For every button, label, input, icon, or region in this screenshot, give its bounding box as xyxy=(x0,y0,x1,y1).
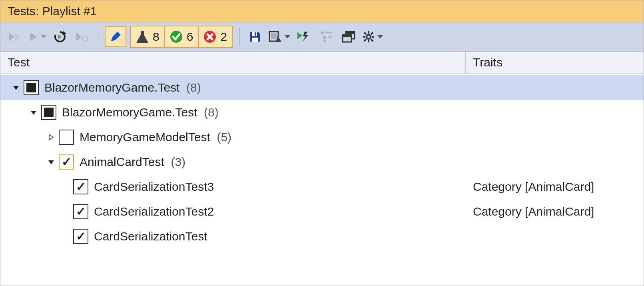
run-all-stepover-button[interactable] xyxy=(6,26,24,47)
column-header-traits[interactable]: Traits xyxy=(466,52,644,73)
run-button[interactable] xyxy=(28,26,47,47)
svg-rect-10 xyxy=(321,32,324,34)
svg-line-24 xyxy=(364,32,366,34)
svg-rect-5 xyxy=(255,32,256,36)
svg-line-26 xyxy=(371,32,373,34)
svg-rect-12 xyxy=(323,36,326,39)
svg-line-27 xyxy=(364,39,366,41)
windows-stack-icon xyxy=(342,31,355,43)
expander-expand-icon[interactable] xyxy=(46,132,56,142)
x-circle-icon xyxy=(203,30,216,43)
failed-count-value: 2 xyxy=(220,30,227,44)
test-label: CardSerializationTest xyxy=(94,230,207,243)
show-windows-button[interactable] xyxy=(339,26,358,47)
playlist-flask-icon xyxy=(269,30,282,43)
toolbar-separator xyxy=(239,28,239,46)
svg-line-25 xyxy=(371,39,373,41)
test-counts-group: 8 6 2 xyxy=(130,26,233,48)
svg-rect-4 xyxy=(252,38,258,42)
svg-point-19 xyxy=(367,35,371,39)
node-label: AnimalCardTest (3) xyxy=(80,155,185,169)
title-text: Tests: Playlist #1 xyxy=(8,4,97,18)
chevron-down-icon xyxy=(377,35,383,38)
tree-node-class[interactable]: ✓ AnimalCardTest (3) xyxy=(0,150,644,174)
node-label: BlazorMemoryGame.Test (8) xyxy=(44,81,201,94)
svg-rect-14 xyxy=(323,40,326,42)
play-bolt-icon xyxy=(297,31,311,43)
checkbox-indeterminate[interactable] xyxy=(41,105,56,120)
expander-collapse-icon[interactable] xyxy=(46,157,56,167)
passed-count-value: 6 xyxy=(187,30,193,44)
svg-rect-11 xyxy=(325,32,332,33)
test-tree: BlazorMemoryGame.Test (8) BlazorMemoryGa… xyxy=(0,74,644,250)
edit-playlist-button[interactable] xyxy=(105,26,126,47)
checkbox-checked[interactable]: ✓ xyxy=(73,179,88,194)
expander-collapse-icon[interactable] xyxy=(11,82,21,93)
svg-rect-18 xyxy=(343,35,351,37)
checkbox-checked[interactable]: ✓ xyxy=(73,204,88,219)
hierarchy-icon xyxy=(320,31,333,43)
checkbox-checked[interactable]: ✓ xyxy=(73,229,88,244)
total-count-value: 8 xyxy=(153,30,160,44)
save-playlist-button[interactable] xyxy=(246,26,264,47)
gear-icon xyxy=(362,30,375,43)
tree-node-class[interactable]: MemoryGameModelTest (5) xyxy=(0,125,644,150)
tree-node-namespace[interactable]: BlazorMemoryGame.Test (8) xyxy=(0,100,644,125)
node-label: BlazorMemoryGame.Test (8) xyxy=(62,106,219,119)
test-label: CardSerializationTest2 xyxy=(94,205,214,218)
total-tests-count[interactable]: 8 xyxy=(130,26,165,48)
expander-collapse-icon[interactable] xyxy=(28,107,39,118)
checkbox-unchecked[interactable] xyxy=(59,130,74,145)
run-until-failure-button[interactable] xyxy=(295,26,313,47)
test-traits: Category [AnimalCard] xyxy=(466,205,644,218)
group-by-button[interactable] xyxy=(317,26,335,47)
checkbox-checked[interactable]: ✓ xyxy=(59,154,74,170)
settings-button[interactable] xyxy=(362,26,383,47)
toolbar: 8 6 2 xyxy=(0,22,644,52)
tree-node-test[interactable]: ✓ CardSerializationTest xyxy=(0,224,644,249)
chevron-down-icon xyxy=(41,35,46,38)
column-header-test[interactable]: Test xyxy=(0,52,466,73)
cancel-run-play-button[interactable] xyxy=(73,26,92,47)
toolbar-separator xyxy=(98,28,98,46)
tree-node-project[interactable]: BlazorMemoryGame.Test (8) xyxy=(0,75,644,100)
svg-rect-16 xyxy=(346,32,355,34)
passed-tests-count[interactable]: 6 xyxy=(165,26,199,48)
checkbox-indeterminate[interactable] xyxy=(24,80,39,95)
check-circle-icon xyxy=(170,30,183,43)
repeat-last-run-button[interactable] xyxy=(51,26,69,47)
window-title: Tests: Playlist #1 xyxy=(0,0,644,22)
playlist-options-button[interactable] xyxy=(268,26,291,47)
column-headers: Test Traits xyxy=(0,52,644,74)
test-traits: Category [AnimalCard] xyxy=(466,180,644,194)
tree-node-test[interactable]: ✓ CardSerializationTest3 Category [Anima… xyxy=(0,174,644,199)
failed-tests-count[interactable]: 2 xyxy=(199,26,233,48)
node-label: MemoryGameModelTest (5) xyxy=(80,130,231,144)
test-label: CardSerializationTest3 xyxy=(94,180,214,194)
flask-icon xyxy=(136,30,149,44)
chevron-down-icon xyxy=(285,35,290,38)
svg-rect-13 xyxy=(328,36,332,38)
save-icon xyxy=(249,30,261,43)
tree-node-test[interactable]: ✓ CardSerializationTest2 Category [Anima… xyxy=(0,199,644,224)
